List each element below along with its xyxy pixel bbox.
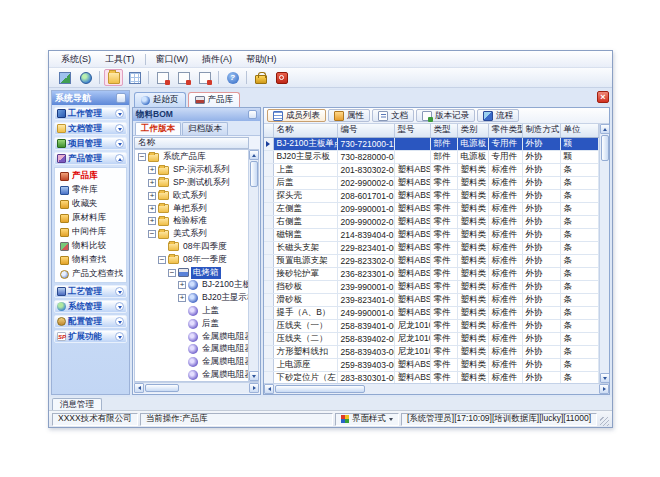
tree-node[interactable]: −08年一季度 — [135, 253, 248, 266]
tree-node[interactable]: +检验标准 — [135, 215, 248, 228]
chevron-down-icon[interactable] — [115, 332, 124, 341]
sidebar-item[interactable]: 中间件库 — [55, 225, 126, 239]
sidebar-item[interactable]: 产品文档查找 — [55, 267, 126, 281]
menu-item-1[interactable]: 工具(T) — [98, 52, 142, 67]
collapse-icon[interactable]: − — [148, 230, 156, 238]
table-row[interactable]: 压线夹（一）258-839401-00E尼龙1010零件塑料类标准件外协条 — [264, 319, 599, 332]
detail-tab-1[interactable]: 属性 — [328, 109, 370, 122]
tree-node[interactable]: 金属膜电阻器 — [135, 343, 248, 356]
tree-node[interactable]: −系统产品库 — [135, 151, 248, 164]
table-row[interactable]: 左侧盖209-990001-01E塑料ABS零件塑料类标准件外协条 — [264, 202, 599, 215]
sidebar-group-product[interactable]: 产品管理 — [54, 152, 127, 165]
expand-icon[interactable]: + — [178, 281, 186, 289]
scroll-down-icon[interactable] — [249, 371, 259, 381]
chevron-up-icon[interactable] — [115, 154, 124, 163]
resize-grip[interactable] — [600, 417, 609, 426]
column-header-0[interactable]: 名称 — [273, 124, 337, 137]
message-manager-tab[interactable]: 消息管理 — [52, 398, 102, 410]
expand-icon[interactable]: + — [148, 179, 156, 187]
sidebar-item[interactable]: 原材料库 — [55, 211, 126, 225]
exit-button[interactable] — [272, 69, 291, 86]
sidebar-item[interactable]: 收藏夹 — [55, 197, 126, 211]
grid-horizontal-scrollbar[interactable] — [264, 383, 609, 394]
doc-new-button[interactable] — [153, 69, 172, 86]
sidebar-group-process[interactable]: 工艺管理 — [54, 285, 127, 298]
tree-column-header[interactable]: 名称 — [134, 137, 249, 149]
system-button[interactable] — [55, 69, 74, 86]
expand-icon[interactable]: + — [148, 217, 156, 225]
bom-tab-1[interactable]: 归档版本 — [182, 122, 228, 135]
doc-tab-1[interactable]: 产品库 — [188, 92, 241, 107]
table-row[interactable]: 滑砂板239-823401-00E塑料ABS零件塑料类标准件外协条 — [264, 293, 599, 306]
menu-item-3[interactable]: 插件(A) — [195, 52, 239, 67]
column-header-2[interactable]: 型号 — [394, 124, 430, 137]
table-row[interactable]: 预置电源支架229-823302-00E塑料ABS零件塑料类标准件外协条 — [264, 254, 599, 267]
bom-panel-menu-button[interactable] — [248, 110, 257, 119]
tree-node[interactable]: 金属膜电阻器 — [135, 330, 248, 343]
table-row[interactable]: 右侧盖209-990002-01E塑料ABS零件塑料类标准件外协条 — [264, 215, 599, 228]
table-row[interactable]: 上盖201-830302-00E塑料ABS零件塑料类标准件外协条 — [264, 163, 599, 176]
table-row[interactable]: 探头壳208-601701-01E塑料ABS零件塑料类标准件外协条 — [264, 189, 599, 202]
tree-node[interactable]: 上盖 — [135, 305, 248, 318]
help-button[interactable] — [223, 69, 242, 86]
sidebar-item[interactable]: 零件库 — [55, 183, 126, 197]
sidebar-group-document[interactable]: 文档管理 — [54, 122, 127, 135]
sidebar-item[interactable]: 产品库 — [55, 169, 126, 183]
ui-style-dropdown[interactable]: 界面样式 — [335, 413, 399, 426]
table-row[interactable]: 压线夹（二）258-839402-00E尼龙1010零件塑料类标准件外协条 — [264, 332, 599, 345]
table-row[interactable]: 方形塑料线扣258-839403-00E尼龙1010零件塑料类标准件外协条 — [264, 345, 599, 358]
tree-node[interactable]: +欧式系列 — [135, 189, 248, 202]
tree-vertical-scrollbar[interactable] — [248, 150, 258, 381]
tree-node[interactable]: −美式系列 — [135, 228, 248, 241]
expand-icon[interactable]: + — [148, 166, 156, 174]
table-row[interactable]: 挡砂板239-990001-01E塑料ABS零件塑料类标准件外协条 — [264, 280, 599, 293]
expand-icon[interactable]: + — [148, 205, 156, 213]
chevron-down-icon[interactable] — [115, 302, 124, 311]
sidebar-item[interactable]: 物料查找 — [55, 253, 126, 267]
bom-tab-0[interactable]: 工作版本 — [135, 122, 181, 135]
column-header-3[interactable]: 类型 — [430, 124, 457, 137]
chevron-down-icon[interactable] — [115, 287, 124, 296]
detail-tab-2[interactable]: 文档 — [372, 109, 414, 122]
column-header-4[interactable]: 类别 — [457, 124, 488, 137]
tree-node[interactable]: +BJ20主显示板 — [135, 292, 248, 305]
sidebar-group-config[interactable]: 配置管理 — [54, 315, 127, 328]
menu-item-0[interactable]: 系统(S) — [54, 52, 98, 67]
table-row[interactable]: 接砂轮护罩236-823301-00E塑料ABS零件塑料类标准件外协条 — [264, 267, 599, 280]
sidebar-group-system[interactable]: 系统管理 — [54, 300, 127, 313]
tree-node[interactable]: 08年四季度 — [135, 241, 248, 254]
table-row[interactable]: 长磁头支架229-823401-00E塑料ABS零件塑料类标准件外协条 — [264, 241, 599, 254]
detail-tab-3[interactable]: 版本记录 — [416, 109, 475, 122]
expand-icon[interactable]: + — [178, 294, 186, 302]
table-row[interactable]: 上电源座259-839403-00E塑料ABS零件塑料类标准件外协条 — [264, 358, 599, 371]
tree-node[interactable]: +SP-演示机系列 — [135, 164, 248, 177]
scroll-up-icon[interactable] — [600, 124, 610, 134]
table-row[interactable]: 提手（A、B）249-990001-01E塑料ABS零件塑料类标准件外协条 — [264, 306, 599, 319]
detail-tab-4[interactable]: 流程 — [477, 109, 519, 122]
detail-tab-0[interactable]: 成员列表 — [267, 109, 326, 122]
chevron-down-icon[interactable] — [115, 139, 124, 148]
scroll-thumb[interactable] — [601, 135, 609, 161]
sidebar-group-extend[interactable]: 扩展功能 — [54, 330, 127, 343]
column-header-6[interactable]: 制造方式 — [522, 124, 560, 137]
table-row[interactable]: 后盖202-990002-01E塑料ABS零件塑料类标准件外协条 — [264, 176, 599, 189]
collapse-icon[interactable]: − — [138, 153, 146, 161]
folder-button[interactable] — [104, 69, 123, 86]
menu-item-2[interactable]: 窗口(W) — [149, 52, 196, 67]
tree-node[interactable]: +BJ-2100主板单点 — [135, 279, 248, 292]
scroll-thumb[interactable] — [250, 161, 258, 187]
column-header-7[interactable]: 单位 — [560, 124, 599, 137]
scroll-up-icon[interactable] — [249, 150, 259, 160]
grid-vertical-scrollbar[interactable] — [599, 124, 609, 383]
scroll-down-icon[interactable] — [600, 373, 610, 383]
scroll-left-icon[interactable] — [134, 383, 144, 393]
tree-node[interactable]: +SP-测试机系列 — [135, 177, 248, 190]
lock-button[interactable] — [251, 69, 270, 86]
table-row[interactable]: BJ-2100主板单点730-721000-12E部件电源板专用件外协颗 — [264, 137, 599, 150]
collapse-icon[interactable]: − — [158, 256, 166, 264]
scroll-thumb[interactable] — [275, 385, 365, 393]
table-row[interactable]: 下砂定位片（左）283-830301-00E塑料ABS零件塑料类标准件外协条 — [264, 371, 599, 383]
scroll-right-icon[interactable] — [599, 384, 609, 394]
tree-node[interactable]: +单把系列 — [135, 202, 248, 215]
chevron-down-icon[interactable] — [115, 317, 124, 326]
